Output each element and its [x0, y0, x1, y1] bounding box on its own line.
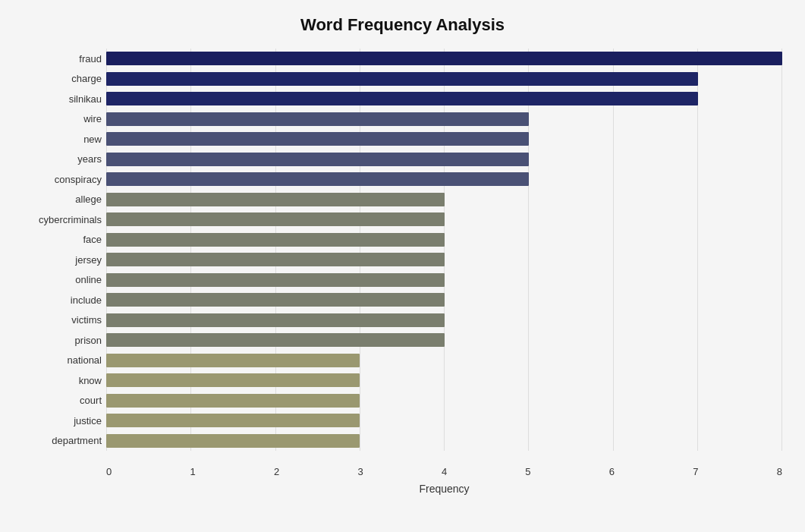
y-label: online — [23, 275, 102, 285]
bars-and-axes: 012345678 Frequency — [106, 49, 782, 451]
chart-title: Word Frequency Analysis — [23, 15, 782, 35]
bar — [106, 273, 445, 287]
bar-row — [106, 191, 782, 208]
bar — [106, 112, 529, 126]
bar — [106, 153, 529, 166]
bar — [106, 434, 360, 448]
x-tick: 7 — [693, 466, 698, 477]
y-label: court — [23, 395, 102, 405]
x-tick: 8 — [777, 466, 782, 477]
bar — [106, 233, 445, 247]
y-label: department — [23, 436, 102, 445]
bar-row — [106, 392, 782, 409]
bar — [106, 373, 360, 387]
bar — [106, 193, 445, 206]
x-axis: 012345678 — [106, 466, 782, 477]
y-label: include — [23, 295, 102, 305]
bar — [106, 414, 360, 427]
bar-row — [106, 272, 782, 288]
bars-wrapper — [106, 49, 782, 451]
bar — [106, 212, 445, 226]
chart-area: fraudchargesilnikauwirenewyearsconspirac… — [23, 49, 782, 496]
y-label: face — [23, 235, 102, 244]
y-label: conspiracy — [23, 175, 102, 184]
bar-row — [106, 332, 782, 348]
bar — [106, 92, 698, 105]
x-tick: 5 — [525, 466, 530, 477]
bar-row — [106, 50, 782, 67]
bar-row — [106, 251, 782, 268]
bar — [106, 132, 529, 146]
bar-row — [106, 71, 782, 87]
y-labels: fraudchargesilnikauwirenewyearsconspirac… — [23, 49, 106, 451]
bar — [106, 293, 445, 307]
bar-row — [106, 151, 782, 168]
bar-row — [106, 372, 782, 389]
x-tick: 2 — [274, 466, 279, 477]
y-label: victims — [23, 315, 102, 325]
y-label: years — [23, 154, 102, 164]
y-label: silnikau — [23, 94, 102, 104]
y-label: fraud — [23, 54, 102, 64]
bar — [106, 253, 445, 266]
bar — [106, 52, 782, 65]
bar — [106, 394, 360, 408]
bar-row — [106, 171, 782, 187]
x-tick: 1 — [190, 466, 195, 477]
y-label: wire — [23, 114, 102, 124]
y-label: allege — [23, 194, 102, 204]
bar-row — [106, 90, 782, 107]
bar-row — [106, 231, 782, 248]
x-tick: 0 — [106, 466, 112, 477]
bar — [106, 354, 360, 367]
x-tick: 6 — [609, 466, 615, 477]
bar-row — [106, 131, 782, 147]
bar-row — [106, 111, 782, 127]
y-label: know — [23, 376, 102, 386]
x-axis-label: Frequency — [106, 483, 782, 495]
bar-row — [106, 211, 782, 228]
y-label: jersey — [23, 255, 102, 265]
y-label: prison — [23, 335, 102, 345]
bar-row — [106, 433, 782, 449]
bar-row — [106, 412, 782, 429]
y-label: justice — [23, 416, 102, 426]
x-tick: 4 — [442, 466, 447, 477]
y-label: new — [23, 134, 102, 144]
bar-row — [106, 312, 782, 329]
y-label: national — [23, 355, 102, 365]
y-label: charge — [23, 74, 102, 83]
x-tick: 3 — [357, 466, 363, 477]
bar — [106, 333, 445, 347]
y-label: cybercriminals — [23, 215, 102, 225]
bar — [106, 313, 445, 327]
bar-row — [106, 291, 782, 308]
bar — [106, 72, 698, 86]
chart-container: Word Frequency Analysis fraudchargesilni… — [0, 0, 805, 532]
bar-row — [106, 352, 782, 369]
bar — [106, 172, 529, 186]
